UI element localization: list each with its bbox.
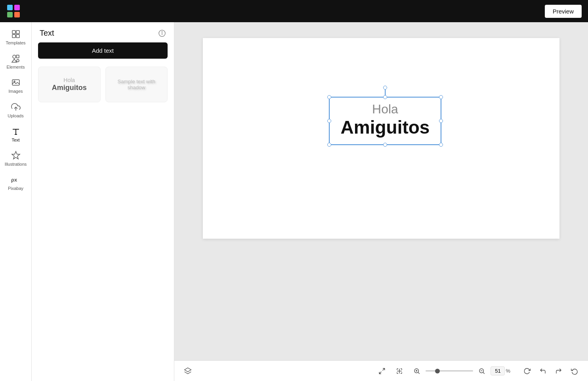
text-panel: Text Add text Hola Amiguitos Sample text…: [32, 22, 174, 381]
svg-rect-11: [17, 59, 19, 62]
preview-button[interactable]: Preview: [545, 5, 582, 18]
zoom-value-box: %: [491, 366, 510, 375]
canvas-scroll[interactable]: Hola Amiguitos: [174, 22, 588, 360]
canvas-area: Hola Amiguitos: [174, 22, 588, 381]
canvas-amiguitos: Amiguitos: [334, 117, 436, 138]
svg-rect-2: [7, 12, 13, 17]
elements-icon: [11, 54, 21, 63]
canvas-hola: Hola: [334, 101, 436, 117]
sidebar-label-templates: Templates: [6, 40, 25, 46]
sidebar-label-elements: Elements: [7, 65, 25, 70]
fit-icon: [396, 368, 403, 375]
add-text-button[interactable]: Add text: [38, 42, 168, 59]
toolbar-right: [520, 364, 582, 378]
zoom-slider[interactable]: [426, 370, 473, 371]
svg-line-25: [380, 371, 382, 373]
fullscreen-button[interactable]: [375, 364, 389, 378]
sidebar-label-pixabay: Pixabay: [8, 186, 23, 191]
illustrations-icon: [11, 151, 21, 160]
svg-rect-3: [14, 12, 20, 17]
redo-icon: [555, 368, 562, 375]
logo-icon: [6, 4, 21, 18]
history-button[interactable]: [567, 364, 582, 378]
svg-point-8: [13, 55, 16, 58]
templates-icon: [11, 29, 21, 39]
layers-icon: [184, 367, 192, 375]
preview-hola: Hola: [52, 77, 87, 84]
zoom-in-button[interactable]: [410, 364, 424, 378]
svg-rect-12: [12, 80, 19, 85]
text-icon: [11, 126, 21, 136]
canvas-page[interactable]: Hola Amiguitos: [203, 38, 559, 239]
fullscreen-icon: [378, 368, 386, 375]
pixabay-icon: ρx: [11, 175, 21, 184]
zoom-in-icon: [413, 368, 420, 375]
sidebar-item-images[interactable]: Images: [0, 74, 31, 98]
sidebar-label-uploads: Uploads: [8, 113, 23, 119]
icon-sidebar: Templates Elements Images: [0, 22, 32, 381]
redo2-button[interactable]: [520, 364, 534, 378]
sidebar-label-illustrations: Illustrations: [5, 162, 27, 167]
svg-marker-10: [12, 59, 17, 62]
zoom-out-icon: [478, 368, 485, 375]
canvas-text-content[interactable]: Hola Amiguitos: [330, 98, 441, 144]
svg-rect-9: [16, 55, 19, 58]
sidebar-item-illustrations[interactable]: Illustrations: [0, 147, 31, 171]
svg-line-41: [483, 372, 485, 373]
zoom-out-button[interactable]: [475, 364, 489, 378]
zoom-percent: %: [506, 368, 510, 374]
preview-amiguitos: Amiguitos: [52, 84, 87, 92]
sidebar-item-uploads[interactable]: Uploads: [0, 98, 31, 123]
svg-rect-6: [12, 34, 15, 38]
sidebar-label-images: Images: [8, 89, 23, 94]
zoom-controls: %: [410, 364, 510, 378]
topbar: Preview: [0, 0, 588, 22]
sidebar-item-elements[interactable]: Elements: [0, 50, 31, 74]
zoom-input[interactable]: [491, 366, 505, 375]
text-styles-grid: Hola Amiguitos Sample text with shadow: [32, 65, 174, 109]
undo-button[interactable]: [536, 364, 550, 378]
history-icon: [571, 368, 578, 375]
bottom-toolbar: %: [174, 360, 588, 381]
text-style-card-shadow[interactable]: Sample text with shadow: [105, 67, 168, 102]
svg-marker-23: [185, 368, 191, 371]
svg-rect-4: [12, 31, 15, 34]
sidebar-item-text[interactable]: Text: [0, 123, 31, 147]
svg-rect-5: [16, 31, 19, 34]
sidebar-item-pixabay[interactable]: ρx Pixabay: [0, 171, 31, 195]
images-icon: [11, 78, 21, 87]
svg-rect-0: [7, 5, 13, 10]
hola-amiguitos-preview: Hola Amiguitos: [52, 77, 87, 92]
rotate-handle-line: [385, 89, 386, 97]
text-style-card-hola[interactable]: Hola Amiguitos: [38, 67, 101, 102]
layers-button[interactable]: [181, 364, 195, 378]
panel-title: Text: [40, 29, 54, 38]
svg-rect-7: [16, 34, 19, 38]
rotate-handle[interactable]: [383, 86, 387, 90]
panel-header: Text: [32, 22, 174, 42]
svg-line-24: [383, 368, 385, 370]
fit-button[interactable]: [392, 364, 407, 378]
text-element[interactable]: Hola Amiguitos: [330, 98, 441, 144]
svg-text:ρx: ρx: [11, 177, 17, 183]
svg-marker-18: [12, 151, 20, 159]
refresh-icon: [523, 368, 531, 375]
shadow-text-preview: Sample text with shadow: [111, 78, 163, 90]
main-layout: Templates Elements Images: [0, 22, 588, 381]
redo-button[interactable]: [552, 364, 566, 378]
logo: [6, 4, 21, 18]
uploads-icon: [11, 102, 21, 112]
info-icon[interactable]: [158, 29, 166, 37]
svg-line-37: [418, 372, 420, 373]
svg-point-22: [162, 31, 162, 32]
undo-icon: [539, 368, 546, 375]
sidebar-label-text: Text: [11, 138, 19, 143]
svg-rect-1: [14, 5, 20, 10]
sidebar-item-templates[interactable]: Templates: [0, 25, 31, 50]
